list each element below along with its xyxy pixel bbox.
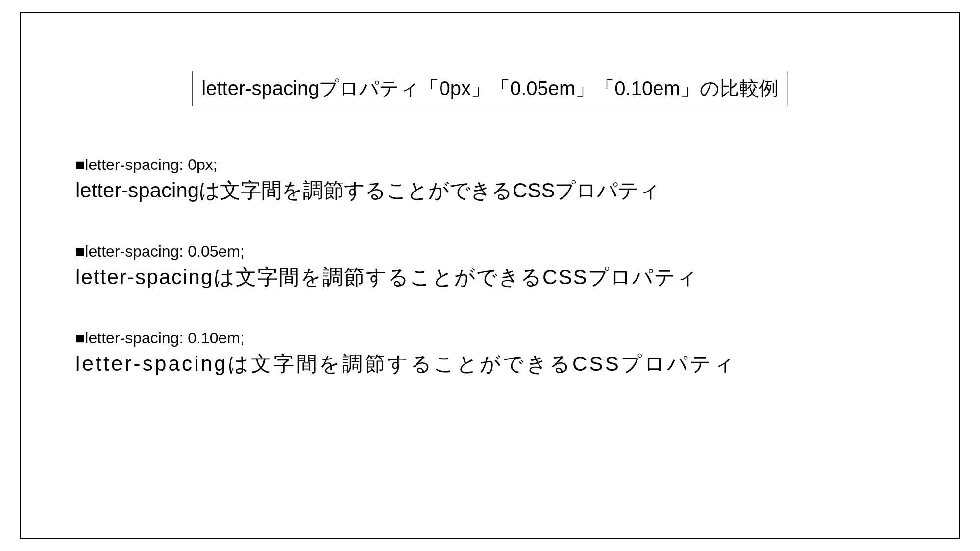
example-label-005em: ■letter-spacing: 0.05em; (75, 242, 930, 261)
example-label-010em: ■letter-spacing: 0.10em; (75, 329, 930, 347)
example-text-010em: letter-spacingは文字間を調節することができるCSSプロパティ (75, 350, 930, 378)
example-text-005em: letter-spacingは文字間を調節することができるCSSプロパティ (75, 264, 930, 291)
example-text-0px: letter-spacingは文字間を調節することができるCSSプロパティ (75, 177, 930, 204)
example-block-0px: ■letter-spacing: 0px; letter-spacingは文字間… (75, 156, 930, 204)
examples-container: ■letter-spacing: 0px; letter-spacingは文字間… (75, 156, 930, 416)
title-text: letter-spacingプロパティ「0px」「0.05em」「0.10em」… (201, 77, 778, 99)
title-box: letter-spacingプロパティ「0px」「0.05em」「0.10em」… (192, 71, 787, 106)
example-block-005em: ■letter-spacing: 0.05em; letter-spacingは… (75, 242, 930, 291)
slide-frame: letter-spacingプロパティ「0px」「0.05em」「0.10em」… (20, 12, 960, 539)
example-label-0px: ■letter-spacing: 0px; (75, 156, 930, 174)
example-block-010em: ■letter-spacing: 0.10em; letter-spacingは… (75, 329, 930, 378)
